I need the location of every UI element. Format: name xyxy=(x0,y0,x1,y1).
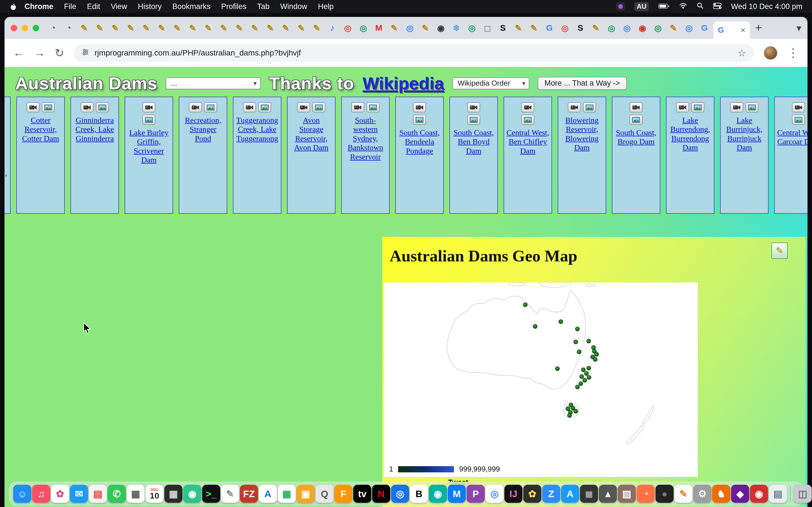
video-icon[interactable] xyxy=(142,102,155,112)
picture-icon[interactable] xyxy=(583,102,596,112)
picture-icon[interactable] xyxy=(142,115,155,125)
menu-app-name[interactable]: Chrome xyxy=(19,2,59,11)
picture-icon[interactable] xyxy=(366,102,379,112)
pinned-tab[interactable]: ◎ xyxy=(340,17,356,39)
dams-select[interactable]: ... ▾ xyxy=(166,77,260,89)
video-icon[interactable] xyxy=(730,102,743,112)
dam-link[interactable]: South Coast, Bendeela Pondage xyxy=(398,128,441,156)
menu-item-profiles[interactable]: Profiles xyxy=(216,2,252,11)
battery-icon[interactable] xyxy=(658,2,670,11)
window-close-button[interactable] xyxy=(11,25,17,31)
screen-record-indicator-icon[interactable] xyxy=(616,2,625,11)
apple-logo-icon[interactable] xyxy=(10,3,16,10)
picture-icon[interactable] xyxy=(629,115,643,125)
menu-item-file[interactable]: File xyxy=(59,2,82,11)
browser-menu-icon[interactable]: ⋮ xyxy=(787,46,799,60)
dock-icon[interactable]: ♞ xyxy=(712,485,730,503)
dock-icon[interactable]: ▲ xyxy=(599,485,617,503)
pinned-tab[interactable]: ✎ xyxy=(666,17,681,39)
dam-map-marker[interactable] xyxy=(587,339,591,343)
picture-icon[interactable] xyxy=(792,115,805,125)
video-icon[interactable] xyxy=(351,102,364,112)
more-that-way-button[interactable]: More ... That a Way -> xyxy=(538,77,627,90)
video-icon[interactable] xyxy=(27,102,40,112)
pinned-tab[interactable]: ✎ xyxy=(247,17,262,39)
pinned-tab[interactable]: ✎ xyxy=(526,17,542,39)
dock-icon[interactable]: P xyxy=(467,485,485,503)
window-minimize-button[interactable] xyxy=(22,25,28,31)
pinned-tab[interactable]: M xyxy=(371,17,387,39)
dock-icon[interactable]: ▦ xyxy=(164,485,183,503)
picture-icon[interactable] xyxy=(204,102,217,112)
pinned-tab[interactable]: ✎ xyxy=(511,17,526,39)
input-source-badge[interactable]: AU xyxy=(635,2,649,11)
dam-link[interactable]: South Coast, Ben Boyd Dam xyxy=(452,128,495,156)
menu-item-window[interactable]: Window xyxy=(275,2,313,11)
dam-link[interactable]: South Coast, Brogo Dam xyxy=(615,128,658,147)
pinned-tab[interactable]: ◔ xyxy=(61,17,77,39)
pinned-tab[interactable]: ✎ xyxy=(387,17,402,39)
dock-icon[interactable]: ◉ xyxy=(750,485,768,503)
dock-icon[interactable]: ◉ xyxy=(429,485,447,503)
site-settings-icon[interactable] xyxy=(82,48,89,57)
dam-link[interactable]: Tuggeranong Creek, Lake Tuggeranong xyxy=(236,116,278,143)
spotlight-search-icon[interactable] xyxy=(697,2,703,11)
dam-map-marker[interactable] xyxy=(555,367,560,371)
dock-icon[interactable]: A xyxy=(259,485,277,503)
pinned-tab[interactable]: ✎ xyxy=(139,17,154,39)
dam-map-marker[interactable] xyxy=(587,366,591,371)
dam-map-marker[interactable] xyxy=(523,302,527,307)
pinned-tab[interactable]: ✎ xyxy=(77,17,92,39)
picture-icon[interactable] xyxy=(521,115,534,125)
picture-icon[interactable] xyxy=(467,115,480,125)
dam-link[interactable]: Central West, Carcoar Dam xyxy=(777,128,808,147)
dam-link[interactable]: Avon Storage Reservoir, Avon Dam xyxy=(290,116,333,152)
dock-icon[interactable]: M xyxy=(448,485,466,503)
dam-link[interactable]: Ginninderra Creek, Lake Ginninderra xyxy=(73,116,116,143)
pinned-tab[interactable]: ◎ xyxy=(402,17,417,39)
menu-clock[interactable]: Wed 10 Dec 4:00 pm xyxy=(731,2,802,11)
back-button[interactable]: ← xyxy=(13,47,24,59)
pinned-tab[interactable]: ✎ xyxy=(216,17,232,39)
dam-link[interactable]: Lake Burley Griffin, Scrivener Dam xyxy=(128,128,170,165)
pinned-tab[interactable]: ◎ xyxy=(650,17,666,39)
pinned-tab[interactable]: G xyxy=(697,17,712,39)
dock-icon[interactable]: tv xyxy=(353,485,371,503)
dock-icon[interactable]: ▤ xyxy=(769,485,787,503)
pinned-tab[interactable]: ✎ xyxy=(169,17,185,39)
dam-link[interactable]: Central West, Ben Chifley Dam xyxy=(506,128,549,156)
video-icon[interactable] xyxy=(297,102,310,112)
pinned-tab[interactable]: ◎ xyxy=(356,17,371,39)
pinned-tab[interactable]: ✎ xyxy=(309,17,324,39)
video-icon[interactable] xyxy=(792,102,805,112)
dam-map-marker[interactable] xyxy=(573,340,578,344)
dam-map-marker[interactable] xyxy=(587,375,591,380)
dock-icon[interactable]: N xyxy=(372,485,390,503)
dock-icon[interactable]: ⚙ xyxy=(693,485,711,503)
control-center-icon[interactable] xyxy=(713,2,721,11)
new-tab-button[interactable]: + xyxy=(755,22,762,34)
window-zoom-button[interactable] xyxy=(33,25,39,31)
picture-icon[interactable] xyxy=(691,102,704,112)
video-icon[interactable] xyxy=(189,102,202,112)
pinned-tab[interactable]: ❄ xyxy=(449,17,464,39)
dock-icon[interactable]: ♫ xyxy=(32,485,50,503)
pinned-tab[interactable]: ◉ xyxy=(635,17,650,39)
video-icon[interactable] xyxy=(81,102,94,112)
dock-icon[interactable]: Z xyxy=(542,485,560,503)
dock-icon[interactable]: A xyxy=(561,485,579,503)
dock-icon[interactable]: >_ xyxy=(202,485,220,503)
video-icon[interactable] xyxy=(676,102,689,112)
dock-icon[interactable]: B xyxy=(410,485,428,503)
pinned-tab[interactable]: G xyxy=(542,17,557,39)
dock-icon[interactable]: ◔ xyxy=(637,485,655,503)
pinned-tab[interactable]: ✎ xyxy=(278,17,294,39)
pinned-tab[interactable]: S xyxy=(573,17,588,39)
edit-note-icon[interactable]: ✎ xyxy=(771,242,788,259)
picture-icon[interactable] xyxy=(746,102,758,112)
pinned-tab[interactable]: ✎ xyxy=(294,17,309,39)
video-icon[interactable] xyxy=(629,102,643,112)
menu-item-edit[interactable]: Edit xyxy=(82,2,106,11)
pinned-tab[interactable]: ◎ xyxy=(681,17,697,39)
dock-icon[interactable]: ◉ xyxy=(183,485,201,503)
